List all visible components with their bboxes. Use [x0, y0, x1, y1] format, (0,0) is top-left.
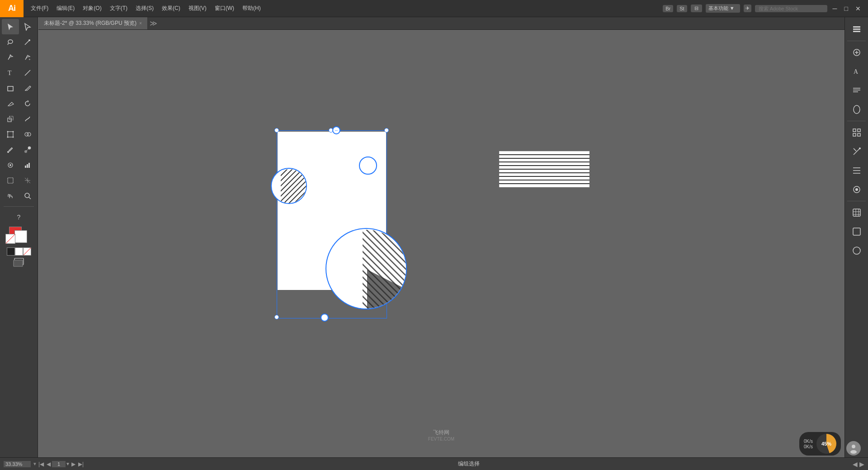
scale-tool[interactable]	[2, 111, 19, 127]
svg-point-0	[8, 40, 13, 43]
svg-rect-57	[853, 228, 860, 235]
eraser-tool[interactable]	[2, 96, 19, 111]
rectangle-tool[interactable]	[2, 81, 19, 96]
menu-type[interactable]: 文字(T)	[106, 3, 131, 14]
lasso-tool[interactable]	[2, 34, 19, 50]
handle-tr[interactable]	[384, 128, 389, 133]
type-panel-button[interactable]: A	[848, 63, 866, 80]
collapse-panel-icon[interactable]: ≫	[150, 19, 157, 28]
stock-button[interactable]: St	[677, 5, 687, 12]
user-avatar[interactable]	[846, 441, 861, 456]
svg-rect-28	[8, 178, 13, 183]
shape-builder-tool[interactable]	[19, 127, 36, 142]
extra-panel-button[interactable]	[848, 242, 866, 259]
warp-tool[interactable]	[19, 111, 36, 127]
menu-window[interactable]: 窗口(W)	[211, 3, 238, 14]
large-hatched-circle	[326, 228, 407, 309]
watermark: 飞特网 FEVTE.COM	[428, 429, 454, 442]
search-input[interactable]	[755, 5, 827, 12]
document-tab[interactable]: 未标题-2* @ 33.33% (RGB/GPU 预览) ×	[38, 17, 148, 29]
handle-bottom-center[interactable]	[321, 313, 329, 322]
direct-selection-tool[interactable]	[19, 19, 36, 34]
stack-icon[interactable]	[13, 257, 25, 269]
handle-top-center[interactable]: ↔	[332, 126, 340, 134]
svg-rect-35	[853, 31, 860, 32]
symbol-tool[interactable]	[2, 157, 19, 173]
layers-panel-button[interactable]	[848, 21, 866, 38]
zoom-input[interactable]	[4, 461, 31, 467]
free-transform-tool[interactable]	[2, 127, 19, 142]
transform-panel-button[interactable]	[848, 143, 866, 160]
assets-panel-button[interactable]	[848, 44, 866, 61]
maximize-button[interactable]: □	[843, 5, 850, 12]
menu-edit[interactable]: 编辑(E)	[53, 3, 78, 14]
handle-bl[interactable]	[274, 315, 279, 319]
pathfinder-panel-button[interactable]	[848, 181, 866, 198]
glyph-panel-button[interactable]	[848, 101, 866, 118]
panel-divider	[847, 41, 866, 41]
svg-line-2	[25, 41, 29, 45]
type-tool[interactable]: T	[2, 65, 19, 81]
handle-tl[interactable]	[274, 128, 279, 133]
workspace-toggle[interactable]: ⊟	[691, 5, 702, 12]
paragraph-panel-button[interactable]	[848, 82, 866, 99]
graph-tool[interactable]	[19, 157, 36, 173]
tab-close-button[interactable]: ×	[139, 21, 142, 26]
nav-next-button[interactable]: ▶	[70, 461, 77, 467]
blend-tool[interactable]	[19, 142, 36, 157]
eyedropper-tool[interactable]	[2, 142, 19, 157]
workspace-select[interactable]: 基本功能 ▼	[706, 4, 740, 13]
zoom-dropdown-icon[interactable]: ▼	[33, 461, 37, 466]
svg-line-7	[25, 70, 30, 76]
color-swatches-area[interactable]	[5, 227, 33, 247]
pen-tool[interactable]	[2, 50, 19, 65]
bridge-button[interactable]: Br	[663, 5, 673, 12]
nav-last-button[interactable]: ▶|	[77, 461, 85, 467]
help-tool[interactable]: ?	[10, 209, 28, 225]
page-dropdown-icon[interactable]: ▼	[66, 461, 70, 466]
zoom-display: ▼	[4, 461, 37, 467]
send-icon[interactable]: ✈	[744, 5, 751, 12]
recolor-panel-button[interactable]	[848, 204, 866, 221]
appearance-panel-button[interactable]	[848, 223, 866, 240]
rotate-tool[interactable]	[19, 96, 36, 111]
nav-first-button[interactable]: |◀	[37, 461, 45, 467]
add-anchor-tool[interactable]: +	[19, 50, 36, 65]
svg-rect-42	[853, 129, 856, 132]
hand-tool[interactable]	[2, 188, 19, 204]
nav-prev-button[interactable]: ◀	[45, 461, 52, 467]
minimize-button[interactable]: ─	[831, 5, 839, 12]
pencil-tool[interactable]	[19, 81, 36, 96]
slice-tool[interactable]	[19, 173, 36, 188]
prev-artboard-button[interactable]: ◀	[853, 461, 858, 468]
menu-select[interactable]: 选择(S)	[132, 3, 157, 14]
svg-rect-34	[853, 28, 860, 30]
magic-wand-tool[interactable]	[19, 34, 36, 50]
svg-point-3	[28, 39, 30, 41]
next-artboard-button[interactable]: ▶	[859, 461, 864, 468]
svg-point-15	[7, 137, 8, 138]
selection-tool[interactable]	[2, 19, 19, 34]
menu-view[interactable]: 视图(V)	[185, 3, 210, 14]
swap-colors[interactable]	[5, 234, 15, 244]
none-swatch[interactable]	[23, 247, 31, 256]
svg-point-4	[9, 55, 11, 56]
line-tool[interactable]	[19, 65, 36, 81]
svg-point-19	[7, 151, 9, 153]
page-number-input[interactable]	[52, 461, 66, 467]
svg-point-79	[852, 445, 855, 448]
menu-help[interactable]: 帮助(H)	[239, 3, 264, 14]
zoom-tool[interactable]	[19, 188, 36, 204]
menu-object[interactable]: 对象(O)	[79, 3, 105, 14]
libraries-panel-button[interactable]	[848, 124, 866, 141]
svg-rect-33	[853, 26, 860, 28]
black-swatch[interactable]	[7, 247, 15, 256]
artboard-tool[interactable]	[2, 173, 19, 188]
close-button[interactable]: ✕	[854, 5, 863, 12]
white-swatch[interactable]	[15, 247, 23, 256]
menu-effect[interactable]: 效果(C)	[158, 3, 184, 14]
svg-rect-27	[28, 163, 30, 168]
menu-file[interactable]: 文件(F)	[27, 3, 52, 14]
ai-logo: Ai	[0, 0, 24, 17]
align-panel-button[interactable]	[848, 162, 866, 179]
